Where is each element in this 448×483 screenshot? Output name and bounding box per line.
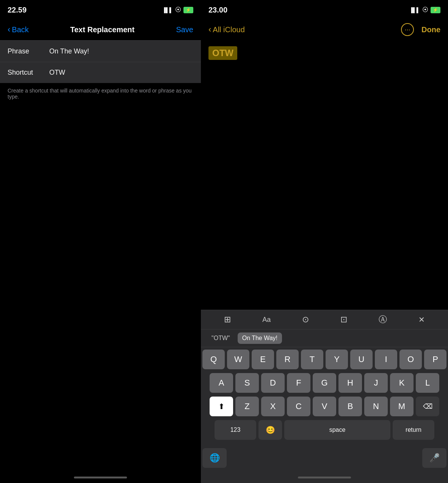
wifi-icon-right: ⦿: [422, 6, 428, 13]
form-section: Phrase On The Way! Shortcut OTW: [0, 41, 201, 83]
save-button[interactable]: Save: [176, 25, 193, 34]
key-n[interactable]: N: [364, 397, 388, 416]
space-key[interactable]: space: [284, 420, 390, 440]
key-u[interactable]: U: [350, 350, 373, 369]
phrase-value: On The Way!: [49, 47, 89, 55]
nav-bar-right: ‹ All iCloud ··· Done: [201, 19, 448, 40]
key-d[interactable]: D: [261, 373, 285, 393]
wifi-icon-left: ⦿: [175, 6, 181, 13]
key-t[interactable]: T: [301, 350, 323, 369]
battery-icon-right: ⚡: [431, 7, 440, 13]
close-toolbar-icon[interactable]: ✕: [418, 315, 425, 324]
key-w[interactable]: W: [227, 350, 249, 369]
nav-title: Text Replacement: [70, 25, 135, 34]
back-label: Back: [12, 25, 28, 34]
globe-icon[interactable]: 🌐: [202, 448, 227, 468]
status-bar-right: 23.00 ▐▌▌ ⦿ ⚡: [201, 0, 448, 19]
status-icons-left: ▐▌▌ ⦿ ⚡: [162, 6, 193, 13]
left-panel: 22.59 ▐▌▌ ⦿ ⚡ ‹ Back Text Replacement Sa…: [0, 0, 201, 483]
keyboard-area: ⊞ Aa ⊙ ⊡ Ⓐ ✕ "OTW" On The Way! Q W E R T…: [201, 310, 448, 483]
key-x[interactable]: X: [261, 397, 285, 416]
autocomplete-bar: "OTW" On The Way!: [201, 329, 448, 347]
note-area[interactable]: OTW: [201, 40, 448, 310]
autocomplete-on-the-way[interactable]: On The Way!: [238, 332, 282, 344]
key-123[interactable]: 123: [215, 420, 256, 440]
phrase-row[interactable]: Phrase On The Way!: [0, 41, 201, 62]
home-bar-left: [74, 477, 127, 478]
key-f[interactable]: F: [287, 373, 310, 393]
nav-bar-left: ‹ Back Text Replacement Save: [0, 19, 201, 40]
shift-key[interactable]: ⬆: [210, 397, 233, 416]
key-e[interactable]: E: [252, 350, 274, 369]
shortcut-label: Shortcut: [8, 69, 49, 77]
access-toolbar-icon[interactable]: Ⓐ: [379, 314, 387, 325]
keyboard-rows: Q W E R T Y U I O P A S D F G H J K: [201, 347, 448, 446]
status-bar-left: 22.59 ▐▌▌ ⦿ ⚡: [0, 0, 201, 19]
key-c[interactable]: C: [287, 397, 310, 416]
key-m[interactable]: M: [390, 397, 414, 416]
back-label-right: All iCloud: [213, 25, 244, 34]
key-q[interactable]: Q: [202, 350, 225, 369]
key-r[interactable]: R: [276, 350, 299, 369]
key-h[interactable]: H: [338, 373, 362, 393]
key-j[interactable]: J: [364, 373, 388, 393]
phrase-label: Phrase: [8, 47, 49, 55]
time-left: 22.59: [8, 6, 27, 14]
form-hint: Create a shortcut that will automaticall…: [0, 83, 201, 104]
key-b[interactable]: B: [338, 397, 362, 416]
back-button[interactable]: ‹ Back: [8, 25, 29, 34]
signal-icon-left: ▐▌▌: [162, 7, 173, 13]
backspace-key[interactable]: ⌫: [416, 397, 439, 416]
ellipsis-icon: ···: [404, 26, 410, 34]
key-v[interactable]: V: [313, 397, 336, 416]
key-s[interactable]: S: [235, 373, 259, 393]
back-button-right[interactable]: ‹ All iCloud: [208, 25, 245, 34]
key-k[interactable]: K: [390, 373, 414, 393]
mic-icon[interactable]: 🎤: [422, 448, 446, 468]
signal-icon-right: ▐▌▌: [409, 7, 420, 13]
key-z[interactable]: Z: [235, 397, 259, 416]
key-y[interactable]: Y: [326, 350, 348, 369]
key-row-4: 123 😊 space return: [202, 420, 446, 440]
key-p[interactable]: P: [424, 350, 446, 369]
status-icons-right: ▐▌▌ ⦿ ⚡: [409, 6, 440, 13]
key-a[interactable]: A: [210, 373, 233, 393]
otw-text: OTW: [208, 46, 237, 60]
key-g[interactable]: G: [313, 373, 336, 393]
back-chevron-right-icon: ‹: [208, 25, 211, 34]
home-indicator-right: [201, 472, 448, 483]
right-panel: 23.00 ▐▌▌ ⦿ ⚡ ‹ All iCloud ··· Done OTW …: [201, 0, 448, 483]
key-row-3: ⬆ Z X C V B N M ⌫: [202, 397, 446, 416]
key-row-2: A S D F G H J K L: [202, 373, 446, 393]
autocomplete-otw[interactable]: "OTW": [207, 332, 235, 344]
ellipsis-button[interactable]: ···: [401, 23, 414, 36]
key-l[interactable]: L: [416, 373, 439, 393]
font-toolbar-icon[interactable]: Aa: [262, 316, 271, 324]
shortcut-row[interactable]: Shortcut OTW: [0, 62, 201, 83]
key-row-1: Q W E R T Y U I O P: [202, 350, 446, 369]
time-right: 23.00: [208, 6, 227, 14]
home-indicator-left: [0, 472, 201, 483]
nav-right-icons: ··· Done: [401, 23, 440, 36]
camera-toolbar-icon[interactable]: ⊡: [340, 315, 347, 325]
bottom-keyboard-row: 🌐 🎤: [201, 446, 448, 472]
keyboard-toolbar: ⊞ Aa ⊙ ⊡ Ⓐ ✕: [201, 310, 448, 329]
key-emoji[interactable]: 😊: [258, 420, 282, 440]
done-button[interactable]: Done: [421, 25, 440, 34]
return-key[interactable]: return: [393, 420, 434, 440]
back-chevron-icon: ‹: [8, 25, 10, 34]
shortcut-value: OTW: [49, 69, 65, 77]
check-toolbar-icon[interactable]: ⊙: [302, 315, 309, 325]
battery-icon-left: ⚡: [183, 7, 193, 13]
key-o[interactable]: O: [399, 350, 422, 369]
grid-toolbar-icon[interactable]: ⊞: [224, 315, 231, 325]
home-bar-right: [298, 477, 351, 478]
key-i[interactable]: I: [375, 350, 397, 369]
